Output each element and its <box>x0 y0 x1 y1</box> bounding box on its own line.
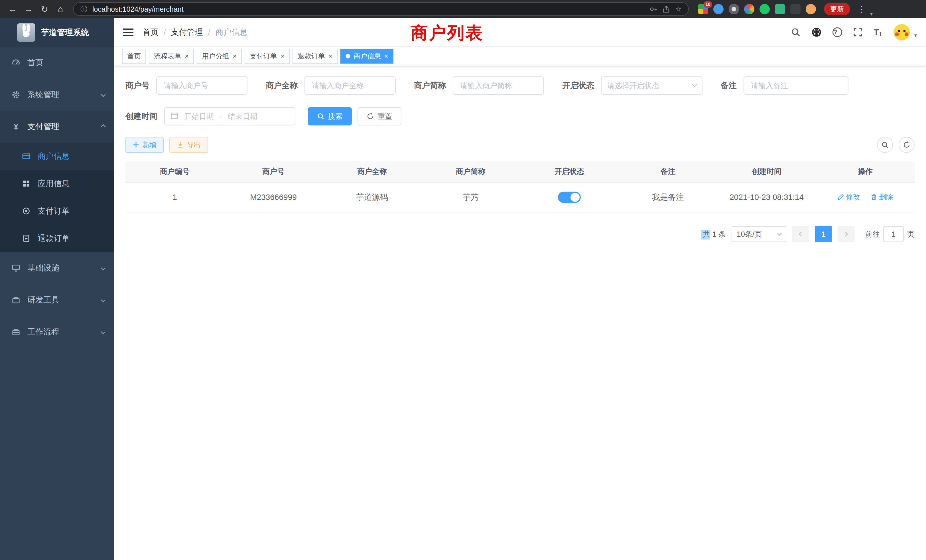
goto-page-input[interactable] <box>883 226 904 242</box>
top-navbar: 首页 / 支付管理 / 商户信息 商户列表 ? <box>114 18 926 47</box>
sidebar-item-pay[interactable]: ¥ 支付管理 <box>0 110 114 142</box>
font-size-large: T <box>873 27 879 37</box>
extension-icon[interactable] <box>744 4 754 14</box>
cell-short-name: 芋艿 <box>421 183 520 212</box>
close-icon[interactable]: × <box>328 52 333 60</box>
date-start-placeholder: 开始日期 <box>184 112 214 121</box>
document-icon <box>22 234 31 243</box>
close-icon[interactable]: × <box>185 52 189 60</box>
browser-menu-icon[interactable]: ⋮ <box>857 4 865 14</box>
tab-refund-order[interactable]: 退款订单 × <box>292 49 337 64</box>
add-button[interactable]: 新增 <box>126 137 163 153</box>
tab-user-group[interactable]: 用户分组 × <box>197 49 242 64</box>
merchant-no-input[interactable] <box>156 76 247 95</box>
extension-icon[interactable] <box>775 4 785 14</box>
col-actions: 操作 <box>816 161 915 183</box>
forward-icon[interactable]: → <box>22 4 35 14</box>
sidebar-item-merchant-info[interactable]: 商户信息 <box>0 142 114 170</box>
sidebar-item-workflow[interactable]: 工作流程 <box>0 316 114 348</box>
extension-icon[interactable] <box>760 4 770 14</box>
next-page-button[interactable] <box>838 226 855 242</box>
cell-create-time: 2021-10-23 08:31:14 <box>717 183 816 212</box>
chevron-down-icon[interactable]: ▾ <box>870 11 873 17</box>
refresh-button[interactable] <box>899 137 915 153</box>
avatar-caret-icon[interactable]: ▾ <box>914 32 917 38</box>
breadcrumb-home[interactable]: 首页 <box>142 27 159 38</box>
breadcrumb-pay[interactable]: 支付管理 <box>171 27 203 38</box>
extension-icon[interactable] <box>729 4 739 14</box>
pagination-total: 共 1 条 <box>703 229 726 239</box>
pay-submenu: 商户信息 应用信息 支付订单 <box>0 142 114 252</box>
page-size-select[interactable]: 10条/页 <box>732 226 786 242</box>
prev-page-button[interactable] <box>792 226 809 242</box>
password-key-icon[interactable] <box>649 5 657 13</box>
delete-link[interactable]: 删除 <box>870 192 893 201</box>
search-button[interactable]: 搜索 <box>308 107 352 126</box>
sidebar-item-devtools[interactable]: 研发工具 <box>0 284 114 316</box>
address-bar[interactable]: ⓘ localhost:1024/pay/merchant ☆ <box>73 2 689 16</box>
sidebar-item-label: 系统管理 <box>27 89 59 100</box>
grid-icon <box>22 180 31 188</box>
url-text[interactable]: localhost:1024/pay/merchant <box>92 5 644 14</box>
sidebar-item-pay-order[interactable]: 支付订单 <box>0 197 114 225</box>
page-number-1[interactable]: 1 <box>815 226 832 242</box>
fullscreen-icon[interactable] <box>853 27 863 37</box>
site-info-icon[interactable]: ⓘ <box>80 5 87 14</box>
reload-icon[interactable]: ↻ <box>38 4 51 14</box>
close-icon[interactable]: × <box>384 52 388 60</box>
tab-process-form[interactable]: 流程表单 × <box>149 49 194 64</box>
full-name-input[interactable] <box>304 76 396 95</box>
sidebar-item-refund-order[interactable]: 退款订单 <box>0 225 114 252</box>
close-icon[interactable]: × <box>280 52 284 60</box>
browser-update-button[interactable]: 更新 <box>824 3 850 15</box>
app-logo[interactable]: 芋道管理系统 <box>0 18 114 47</box>
user-avatar[interactable] <box>893 24 910 41</box>
tab-merchant-info[interactable]: 商户信息 × <box>340 49 393 64</box>
date-range-picker[interactable]: 开始日期 - 结束日期 <box>164 107 295 126</box>
status-label: 开启状态 <box>562 80 594 91</box>
cell-actions: 修改 删除 <box>816 183 915 212</box>
extension-icon[interactable] <box>790 4 800 14</box>
sidebar-item-system[interactable]: 系统管理 <box>0 79 114 110</box>
edit-label: 修改 <box>846 192 860 201</box>
add-button-label: 新增 <box>142 140 156 150</box>
reset-button[interactable]: 重置 <box>357 107 401 126</box>
collapse-sidebar-icon[interactable] <box>123 28 133 37</box>
status-placeholder: 请选择开启状态 <box>607 81 659 91</box>
share-icon[interactable] <box>663 5 670 13</box>
github-icon[interactable] <box>811 27 822 37</box>
edit-link[interactable]: 修改 <box>837 192 860 201</box>
col-status: 开启状态 <box>520 161 619 183</box>
remark-input[interactable] <box>743 76 849 95</box>
screen: ← → ↻ ⌂ ⓘ localhost:1024/pay/merchant ☆ … <box>0 0 926 560</box>
chevron-down-icon <box>101 298 106 303</box>
bookmark-star-icon[interactable]: ☆ <box>675 5 681 13</box>
extension-icon[interactable]: 10 <box>698 4 708 14</box>
back-icon[interactable]: ← <box>6 4 20 14</box>
sidebar-item-home[interactable]: 首页 <box>0 47 114 79</box>
status-toggle[interactable] <box>558 192 581 203</box>
chevron-left-icon <box>799 232 804 237</box>
status-select[interactable]: 请选择开启状态 <box>601 76 702 95</box>
sidebar-item-app-info[interactable]: 应用信息 <box>0 170 114 197</box>
close-icon[interactable]: × <box>233 52 237 60</box>
extension-icon[interactable] <box>806 4 816 14</box>
font-size-icon[interactable]: TT <box>873 27 882 37</box>
browser-chrome: ← → ↻ ⌂ ⓘ localhost:1024/pay/merchant ☆ … <box>0 0 926 18</box>
tab-pay-order[interactable]: 支付订单 × <box>245 49 290 64</box>
chevron-down-icon <box>101 330 106 334</box>
tab-home[interactable]: 首页 <box>122 49 146 64</box>
breadcrumb: 首页 / 支付管理 / 商户信息 <box>142 27 247 38</box>
extension-badge: 10 <box>704 1 712 8</box>
sidebar-item-infra[interactable]: 基础设施 <box>0 252 114 284</box>
search-icon[interactable] <box>791 27 800 37</box>
extension-icon[interactable] <box>713 4 723 14</box>
export-button[interactable]: 导出 <box>169 137 208 153</box>
help-icon[interactable]: ? <box>832 27 842 37</box>
short-name-input[interactable] <box>453 76 544 95</box>
goto-suffix: 页 <box>907 229 915 239</box>
sidebar-item-label: 支付订单 <box>38 206 70 216</box>
toggle-search-button[interactable] <box>877 137 893 153</box>
home-icon[interactable]: ⌂ <box>54 4 67 14</box>
merchant-no-label: 商户号 <box>126 80 150 91</box>
